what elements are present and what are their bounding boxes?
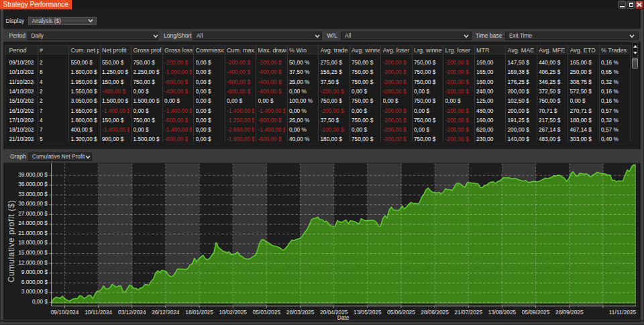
svg-text:03/12/2024: 03/12/2024 [118, 309, 146, 316]
svg-text:Cumulative profit ($): Cumulative profit ($) [7, 200, 16, 283]
svg-text:12.000,00 $: 12.000,00 $ [18, 259, 48, 266]
svg-text:0,00 $: 0,00 $ [32, 298, 48, 305]
svg-text:13/08/2025: 13/08/2025 [488, 309, 517, 316]
svg-text:05/03/2025: 05/03/2025 [253, 309, 281, 316]
svg-text:11/11/2025: 11/11/2025 [609, 309, 637, 316]
svg-text:6.000,00 $: 6.000,00 $ [21, 279, 48, 285]
svg-text:33.000,00 $: 33.000,00 $ [18, 191, 48, 197]
svg-text:09/10/2024: 09/10/2024 [51, 309, 79, 316]
svg-text:9.000,00 $: 9.000,00 $ [21, 269, 48, 275]
svg-text:39.000,00 $: 39.000,00 $ [18, 171, 48, 178]
svg-text:18.000,00 $: 18.000,00 $ [18, 239, 48, 246]
svg-text:3.000,00 $: 3.000,00 $ [21, 288, 48, 295]
svg-text:05/09/2025: 05/09/2025 [522, 309, 550, 316]
svg-text:21.000,00 $: 21.000,00 $ [18, 230, 48, 236]
svg-text:36.000,00 $: 36.000,00 $ [18, 181, 48, 187]
svg-text:27.000,00 $: 27.000,00 $ [18, 210, 48, 217]
svg-text:18/01/2025: 18/01/2025 [185, 309, 213, 316]
svg-text:28/06/2025: 28/06/2025 [421, 309, 449, 316]
svg-text:21/07/2025: 21/07/2025 [455, 309, 483, 316]
svg-text:13/05/2025: 13/05/2025 [354, 309, 382, 316]
svg-text:15.000,00 $: 15.000,00 $ [18, 249, 48, 256]
svg-text:10/11/2024: 10/11/2024 [85, 309, 112, 316]
svg-text:10/02/2025: 10/02/2025 [219, 309, 247, 316]
svg-text:30.000,00 $: 30.000,00 $ [18, 200, 48, 207]
svg-text:28/03/2025: 28/03/2025 [286, 309, 315, 316]
svg-text:28/09/2025: 28/09/2025 [555, 309, 584, 316]
svg-text:24.000,00 $: 24.000,00 $ [18, 220, 48, 226]
svg-text:05/06/2025: 05/06/2025 [387, 309, 415, 316]
svg-text:26/12/2024: 26/12/2024 [152, 309, 180, 316]
